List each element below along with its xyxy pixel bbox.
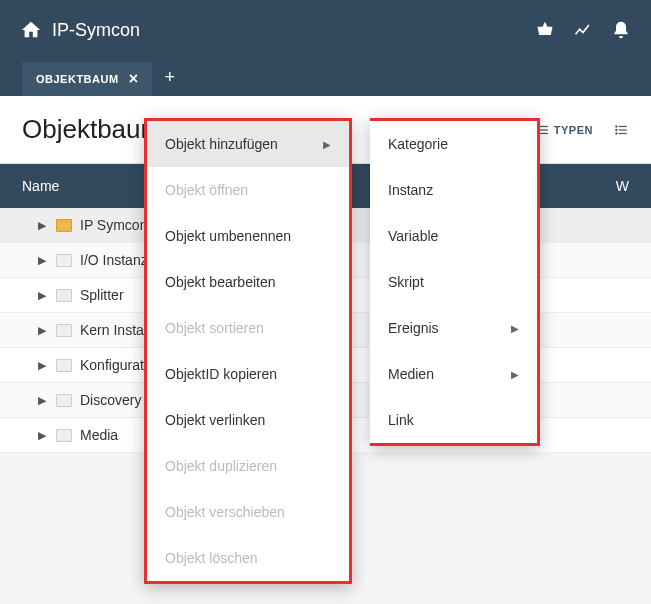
folder-icon	[56, 394, 72, 407]
chevron-right-icon: ▶	[38, 219, 48, 232]
folder-icon	[56, 254, 72, 267]
context-item-label: Objekt löschen	[165, 550, 258, 566]
context-submenu: KategorieInstanzVariableSkriptEreignis▶M…	[370, 118, 540, 446]
bell-icon[interactable]	[611, 20, 631, 40]
tree-item-label: IP Symcon	[80, 217, 147, 233]
context-item: Objekt sortieren	[147, 305, 349, 351]
submenu-item-label: Ereignis	[388, 320, 439, 336]
context-item-label: ObjektID kopieren	[165, 366, 277, 382]
svg-point-10	[615, 132, 617, 134]
submenu-item[interactable]: Instanz	[370, 167, 537, 213]
chevron-right-icon: ▶	[511, 323, 519, 334]
context-item[interactable]: Objekt bearbeiten	[147, 259, 349, 305]
home-icon	[20, 19, 42, 41]
submenu-item-label: Instanz	[388, 182, 433, 198]
tree-item-label: Splitter	[80, 287, 124, 303]
context-item-label: Objekt hinzufügen	[165, 136, 278, 152]
header-actions	[535, 20, 631, 40]
svg-rect-11	[619, 132, 627, 133]
context-menu: Objekt hinzufügen▶Objekt öffnenObjekt um…	[144, 118, 352, 584]
chevron-right-icon: ▶	[511, 369, 519, 380]
context-item[interactable]: ObjektID kopieren	[147, 351, 349, 397]
close-icon[interactable]: ×	[129, 71, 139, 87]
submenu-item[interactable]: Kategorie	[370, 121, 537, 167]
svg-rect-3	[539, 129, 547, 130]
submenu-item-label: Link	[388, 412, 414, 428]
context-item-label: Objekt duplizieren	[165, 458, 277, 474]
submenu-item[interactable]: Link	[370, 397, 537, 443]
chevron-right-icon: ▶	[38, 324, 48, 337]
svg-rect-7	[619, 125, 627, 126]
context-item[interactable]: Objekt hinzufügen▶	[147, 121, 349, 167]
app-header: IP-Symcon	[0, 0, 651, 60]
tree-item-label: Media	[80, 427, 118, 443]
chevron-right-icon: ▶	[38, 394, 48, 407]
submenu-item[interactable]: Skript	[370, 259, 537, 305]
tree-item-label: Discovery	[80, 392, 141, 408]
context-item-label: Objekt bearbeiten	[165, 274, 276, 290]
chevron-right-icon: ▶	[38, 289, 48, 302]
svg-point-8	[615, 128, 617, 130]
submenu-item-label: Kategorie	[388, 136, 448, 152]
brand-text: IP-Symcon	[52, 20, 140, 41]
submenu-item-label: Variable	[388, 228, 438, 244]
typen-label: TYPEN	[554, 124, 593, 136]
submenu-item[interactable]: Variable	[370, 213, 537, 259]
submenu-item-label: Medien	[388, 366, 434, 382]
tab-label: OBJEKTBAUM	[36, 73, 119, 85]
context-item-label: Objekt verschieben	[165, 504, 285, 520]
context-item-label: Objekt umbenennen	[165, 228, 291, 244]
context-item[interactable]: Objekt verlinken	[147, 397, 349, 443]
add-tab-button[interactable]: +	[152, 59, 187, 96]
svg-rect-5	[539, 132, 547, 133]
tab-objektbaum[interactable]: OBJEKTBAUM ×	[22, 62, 152, 96]
title-actions: TYPEN	[534, 123, 629, 137]
chevron-right-icon: ▶	[38, 429, 48, 442]
context-item[interactable]: Objekt umbenennen	[147, 213, 349, 259]
folder-icon	[56, 219, 72, 232]
svg-point-6	[615, 125, 617, 127]
submenu-item-label: Skript	[388, 274, 424, 290]
context-item-label: Objekt öffnen	[165, 182, 248, 198]
context-item: Objekt löschen	[147, 535, 349, 581]
typen-button[interactable]: TYPEN	[534, 123, 593, 137]
chevron-right-icon: ▶	[38, 254, 48, 267]
folder-icon	[56, 324, 72, 337]
app-logo: IP-Symcon	[20, 19, 140, 41]
folder-icon	[56, 429, 72, 442]
submenu-item[interactable]: Ereignis▶	[370, 305, 537, 351]
context-item: Objekt öffnen	[147, 167, 349, 213]
svg-rect-9	[619, 129, 627, 130]
submenu-item[interactable]: Medien▶	[370, 351, 537, 397]
chart-icon[interactable]	[573, 20, 593, 40]
context-item-label: Objekt verlinken	[165, 412, 265, 428]
chevron-right-icon: ▶	[323, 139, 331, 150]
column-w: W	[616, 178, 629, 194]
folder-icon	[56, 289, 72, 302]
chevron-right-icon: ▶	[38, 359, 48, 372]
context-item: Objekt verschieben	[147, 489, 349, 535]
svg-rect-1	[539, 125, 547, 126]
page-title: Objektbaum	[22, 114, 162, 145]
context-item: Objekt duplizieren	[147, 443, 349, 489]
basket-icon[interactable]	[535, 20, 555, 40]
secondary-list-button[interactable]	[613, 123, 629, 137]
tabs-bar: OBJEKTBAUM × +	[0, 60, 651, 96]
list-icon	[613, 123, 629, 137]
folder-icon	[56, 359, 72, 372]
context-item-label: Objekt sortieren	[165, 320, 264, 336]
